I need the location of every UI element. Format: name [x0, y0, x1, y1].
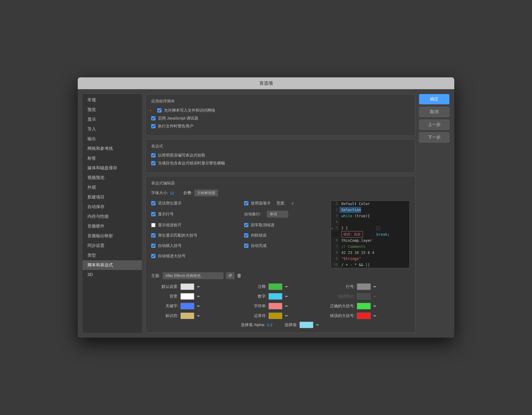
eyedropper-wrong-brace[interactable]: ✒: [373, 313, 377, 319]
color-swatch-wrong-brace[interactable]: [357, 312, 371, 319]
code-line-7: 7 // Comments: [331, 244, 409, 250]
checkbox-js-debugger-input[interactable]: [151, 116, 155, 120]
code-preview: 1 Default Color 2 Selection 3 while (tru…: [331, 201, 410, 268]
sidebar-item-1[interactable]: 预览: [83, 105, 142, 115]
line-num-5: → 5: [331, 225, 339, 231]
checkbox-inline-error-input[interactable]: [244, 233, 248, 238]
color-swatch-default[interactable]: [180, 283, 194, 290]
color-swatch-linenum[interactable]: [357, 283, 371, 290]
editor-preview-wrapper: 语法突出显示 使用选项卡 宽度: 4 显示行号: [151, 201, 410, 268]
sidebar-item-6[interactable]: 标签: [83, 154, 142, 163]
color-row-comment: 注释: ✒: [239, 283, 321, 290]
color-row-default: 默认设置: ✒: [151, 283, 233, 290]
eyedropper-number[interactable]: ✒: [284, 293, 289, 299]
sidebar-item-4[interactable]: 输出: [83, 134, 142, 144]
fold-select[interactable]: 方框树状图 箭头树状图: [194, 190, 218, 196]
ok-button[interactable]: 确定: [419, 94, 449, 104]
checkbox-show-indent-ruler-label: 显示缩进标尺: [158, 222, 182, 228]
code-line-6: 6 thisComp.layer: [331, 238, 409, 244]
checkbox-js-debugger-label: 启用 JavaScript 调试器: [158, 116, 198, 121]
code-line-2: 2 Selection: [331, 207, 409, 213]
color-label-number: 数字:: [239, 294, 267, 299]
app-script-title: 应用程序脚本: [151, 99, 410, 104]
alpha-row: 选择项 Alpha: 0.3 选择项: ✒: [151, 322, 410, 328]
line-num-3: 3: [331, 213, 339, 219]
sidebar-item-3[interactable]: 导入: [83, 124, 142, 134]
expression-section: 表达式 以简明英语编写表达式拾取 当项目包含表达式错误时显示警告横幅: [145, 139, 415, 173]
checkbox-show-indent-ruler-input[interactable]: [151, 223, 155, 227]
checkbox-show-warning-input[interactable]: [151, 161, 155, 165]
eyedropper-linenum[interactable]: ✒: [373, 284, 377, 290]
sidebar-item-14[interactable]: 音频输出映射: [83, 231, 142, 241]
color-row-indent: 缩进指示: ✒: [328, 293, 410, 300]
color-swatch-selection[interactable]: [299, 322, 313, 328]
color-swatch-comment[interactable]: [268, 283, 282, 290]
color-swatch-identifier[interactable]: [180, 312, 194, 319]
eyedropper-operator[interactable]: ✒: [284, 313, 289, 319]
cancel-button[interactable]: 取消: [419, 107, 449, 117]
checkbox-syntax-highlight-label: 语法突出显示: [158, 201, 182, 206]
checkbox-allow-file-access-input[interactable]: [157, 108, 162, 113]
checkbox-show-line-num-input[interactable]: [151, 212, 155, 216]
checkbox-auto-complete-input[interactable]: [244, 244, 248, 248]
sidebar-item-12[interactable]: 内存与性能: [83, 212, 142, 221]
sidebar-item-8[interactable]: 视频预览: [83, 173, 142, 183]
duplicate-theme-btn[interactable]: 🗗: [226, 272, 234, 279]
color-swatch-background[interactable]: [180, 293, 194, 300]
arrow-indicator: →: [147, 107, 152, 114]
next-button[interactable]: 下一步: [419, 132, 449, 143]
eyedropper-comment[interactable]: ✒: [284, 284, 289, 290]
sidebar-item-18[interactable]: 3D: [83, 270, 142, 279]
sidebar-item-2[interactable]: 显示: [83, 115, 142, 124]
checkbox-enter-cancel-indent-input[interactable]: [244, 223, 248, 227]
checkbox-auto-insert-paren-input[interactable]: [151, 244, 155, 248]
color-swatch-number[interactable]: [268, 293, 282, 300]
prev-button[interactable]: 上一步: [419, 120, 449, 130]
color-label-background: 背景:: [151, 294, 179, 299]
selection-alpha-label: 选择项 Alpha:: [241, 322, 265, 328]
checkbox-auto-indent-brace-input[interactable]: [151, 254, 155, 258]
delete-theme-btn[interactable]: 🗑: [237, 273, 242, 278]
eyedropper-string[interactable]: ✒: [284, 303, 289, 309]
color-swatch-string[interactable]: [268, 303, 282, 309]
checkbox-inline-error: 内联错误: [244, 233, 328, 238]
code-line-5-wrapper: → 5 } } 错误: 此处: [331, 225, 409, 238]
color-row-correct-brace: 正确的大括号: ✒: [328, 303, 410, 309]
checkbox-auto-indent-brace: 自动缩进大括号: [151, 253, 235, 259]
color-swatch-keyword[interactable]: [180, 303, 194, 309]
color-label-identifier: 标识符:: [151, 313, 179, 319]
eyedropper-correct-brace[interactable]: ✒: [373, 303, 377, 309]
eyedropper-default[interactable]: ✒: [196, 284, 201, 290]
sidebar-item-7[interactable]: 媒体和磁盘缓存: [83, 163, 142, 173]
sidebar-item-5[interactable]: 网格和参考线: [83, 144, 142, 154]
checkbox-allow-file-access: → 允许脚本写入文件和访问网络: [151, 108, 410, 113]
checkbox-use-tab-input[interactable]: [244, 201, 248, 205]
sidebar-item-17[interactable]: 脚本和表达式: [83, 260, 142, 270]
theme-select[interactable]: After Effects 经典暗色 浅色 暗色: [163, 272, 223, 279]
sidebar-item-0[interactable]: 常规: [83, 95, 142, 105]
eyedropper-background[interactable]: ✒: [196, 293, 201, 299]
color-swatch-operator[interactable]: [268, 312, 282, 319]
checkbox-plain-english-input[interactable]: [151, 153, 155, 157]
color-swatch-correct-brace[interactable]: [357, 303, 371, 309]
sidebar-item-15[interactable]: 同步设置: [83, 241, 142, 251]
eyedropper-selection[interactable]: ✒: [315, 322, 320, 328]
auto-wrap-select[interactable]: 单词 字符 无: [267, 211, 288, 218]
checkbox-auto-insert-paren-label: 自动插入括号: [158, 243, 182, 248]
checkbox-warn-on-exec-input[interactable]: [151, 124, 155, 128]
theme-label: 主题:: [151, 273, 160, 278]
checkbox-js-debugger: 启用 JavaScript 调试器: [151, 116, 410, 121]
checkbox-syntax-highlight-input[interactable]: [151, 201, 155, 205]
checkbox-highlight-brace-input[interactable]: [151, 233, 155, 238]
eyedropper-identifier[interactable]: ✒: [196, 313, 201, 319]
line-content-4: ─ break;: [339, 219, 390, 225]
sidebar-item-10[interactable]: 新建项目: [83, 192, 142, 202]
sidebar-item-13[interactable]: 音频硬件: [83, 221, 142, 231]
font-size-label: 字体大小:: [151, 190, 168, 196]
eyedropper-keyword[interactable]: ✒: [196, 303, 201, 309]
sidebar-item-11[interactable]: 自动保存: [83, 202, 142, 212]
sidebar-item-9[interactable]: 外观: [83, 183, 142, 192]
code-line-10: 10 / + - * && ||: [331, 262, 409, 268]
sidebar-item-16[interactable]: 类型: [83, 251, 142, 260]
theme-row: 主题: After Effects 经典暗色 浅色 暗色 🗗 🗑: [151, 272, 410, 279]
